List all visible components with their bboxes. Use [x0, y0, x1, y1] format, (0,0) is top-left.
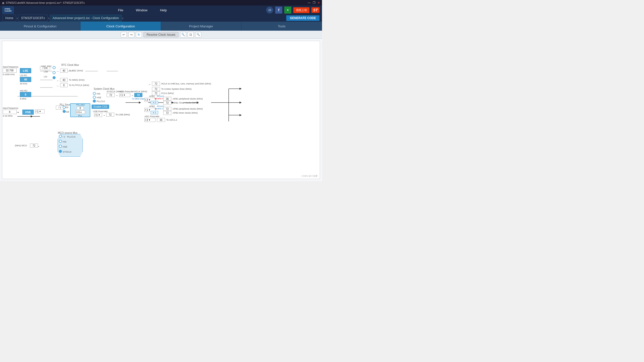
hse-input-label: Input frequency — [3, 107, 18, 109]
rtc-mux-radio-lse[interactable] — [53, 71, 56, 74]
mco-pllclk-label: / 2 — [63, 135, 65, 138]
menu-items: File Window Help — [29, 8, 256, 12]
right-icons: 10 f ✦ 强线上传 ST — [266, 7, 319, 14]
refresh-button[interactable]: ↻ — [136, 32, 142, 37]
app-icon: ▣ — [2, 2, 4, 4]
apb2-periph-label: APB2 peripheral clocks (MHz) — [173, 108, 203, 110]
mco-sysclk-label: SYSCLK — [63, 151, 72, 153]
lse-block[interactable]: LSE — [20, 68, 31, 73]
iwdg-out-box[interactable]: 40 — [60, 78, 68, 82]
window-menu[interactable]: Window — [136, 8, 147, 12]
breadcrumb-chip[interactable]: STM32F103C8Tx — [18, 15, 48, 22]
file-menu[interactable]: File — [118, 8, 123, 12]
apb2-timer-value[interactable]: 72 — [163, 111, 171, 115]
sys-mux-hsi[interactable] — [93, 92, 96, 95]
fclk-value[interactable]: 72 — [152, 91, 160, 95]
breadcrumb: Home › STM32F103C8Tx › Advanced timer pr… — [0, 15, 322, 22]
mco-pllclk[interactable] — [59, 135, 62, 138]
rtc-mux-radio-lsi[interactable] — [53, 76, 56, 79]
mco-sysclk-radio[interactable] — [59, 150, 62, 153]
pll-mul-dropdown[interactable]: X 9 ▼ — [75, 110, 85, 114]
facebook-icon[interactable]: f — [275, 7, 282, 14]
flitfclk-box[interactable]: 8 — [60, 83, 68, 87]
apb1-periph-value[interactable]: 36 — [163, 97, 171, 101]
hclk-ahb-value[interactable]: 72 — [152, 82, 160, 86]
adc-value[interactable]: 36 — [157, 118, 165, 122]
zoom-in-button[interactable]: 🔍 — [180, 32, 186, 37]
main-content: Input frequency 32.768 0-1000 KHz LSE LS… — [0, 39, 322, 181]
breadcrumb-home[interactable]: Home — [3, 15, 16, 22]
mux-pllclk-label: PLLCLK — [97, 100, 105, 103]
hse-block[interactable]: HSE — [22, 110, 34, 115]
usb-value[interactable]: 72 — [106, 113, 114, 117]
breadcrumb-project[interactable]: Advanced timer project1.ioc - Clock Conf… — [50, 15, 122, 22]
help-menu[interactable]: Help — [160, 8, 167, 12]
restore-button[interactable]: ❐ — [313, 1, 315, 5]
hse-prediv[interactable]: / 1 ▼ — [35, 109, 45, 113]
rtc-mux-radio-hse[interactable] — [53, 66, 56, 69]
zoom-out-button[interactable]: 🔍 — [195, 32, 201, 37]
mux-hsi-label: HSI — [97, 93, 100, 95]
breadcrumb-arrow-2: › — [48, 16, 49, 20]
social-icon[interactable]: ✦ — [284, 7, 291, 14]
apb2-periph-value[interactable]: 72 — [163, 107, 171, 111]
clock-canvas[interactable]: Input frequency 32.768 0-1000 KHz LSE LS… — [2, 41, 320, 179]
ahb-arrow: → — [131, 94, 134, 97]
rtc-out-box[interactable]: 40 — [60, 69, 68, 73]
generate-code-button[interactable]: GENERATE CODE — [286, 15, 319, 21]
lsi-block[interactable]: 40 — [20, 77, 31, 82]
pll-src-hse[interactable] — [63, 110, 66, 113]
flitfclk-label: To FLITFCLK (MHz) — [69, 84, 89, 86]
undo-button[interactable]: ↩ — [121, 32, 127, 37]
ahb-prescaler-dropdown[interactable]: / 1 ▼ — [119, 93, 130, 97]
mco-hsi-radio[interactable] — [59, 140, 62, 143]
close-button[interactable]: ✕ — [317, 1, 320, 5]
redo-button[interactable]: ↪ — [128, 32, 134, 37]
hclk-max: 72 MHz max — [132, 98, 145, 100]
minimize-button[interactable]: — — [308, 1, 311, 5]
adc-prescaler-label: ADC Prescaler — [144, 115, 159, 118]
sys-mux-pll[interactable] — [93, 100, 96, 103]
mco-hsi-label: HSI — [63, 141, 66, 143]
apb1-timer-value[interactable]: 72 — [163, 101, 171, 105]
pll-label: PLL — [78, 114, 82, 117]
hse-input-value[interactable]: 8 — [3, 110, 17, 114]
lse-input-value[interactable]: 32.768 — [3, 68, 17, 73]
hclk-value[interactable]: 72 — [134, 93, 142, 97]
tab-pinout[interactable]: Pinout & Configuration — [0, 22, 80, 31]
toolbar: ↩ ↪ ↻ Resolve Clock Issues 🔍 ⊡ 🔍 — [0, 31, 322, 39]
apb1-x2-box: X 2 — [151, 101, 158, 104]
mco-hse-radio[interactable] — [59, 145, 62, 148]
pll-src-hsi[interactable] — [63, 106, 66, 109]
breadcrumb-crumbs: Home › STM32F103C8Tx › Advanced timer pr… — [3, 15, 124, 22]
titlebar: ▣ STM32CubeMX Advanced timer project1.io… — [0, 0, 322, 6]
window-controls[interactable]: — ❐ ✕ — [308, 1, 320, 5]
apb1-periph-label: APB1 peripheral clocks (MHz) — [173, 98, 203, 100]
adc-prescaler-dropdown[interactable]: / 2 ▼ — [144, 118, 155, 122]
logo: STM32 CubeMX — [3, 7, 14, 14]
tab-clock[interactable]: Clock Configuration — [80, 22, 161, 31]
apb2-x1-box: X 1 — [151, 111, 158, 114]
pll-mul-value[interactable]: 8 — [77, 107, 84, 110]
hsi-block[interactable]: 8 — [20, 92, 31, 97]
tab-tools[interactable]: Tools — [242, 22, 322, 31]
sys-mux-hse[interactable] — [93, 96, 96, 99]
usb-prescaler-dropdown[interactable]: / 1 ▼ — [94, 113, 102, 117]
sysclk-value[interactable]: 72 — [107, 93, 115, 97]
cortex-timer-value[interactable]: 72 — [152, 87, 160, 91]
sysclk-arrow: → — [115, 94, 118, 97]
enable-css-button[interactable]: Enable CSS — [92, 105, 109, 109]
fclk-label: FCLK (MHz) — [161, 92, 174, 95]
tab-project[interactable]: Project Manager — [161, 22, 242, 31]
mco-value[interactable]: 72 — [30, 144, 38, 148]
resolve-clock-button[interactable]: Resolve Clock Issues — [143, 32, 179, 37]
rtc-out-label: To RTC (KHz) — [69, 69, 83, 72]
rtc-mux-label: RTC Clock Mux — [58, 64, 83, 66]
mco-label: (MHz) MCO — [15, 144, 27, 147]
timer-icon[interactable]: 10 — [266, 7, 273, 14]
hclk-ahb-arrow: → — [148, 83, 151, 86]
fit-button[interactable]: ⊡ — [188, 32, 194, 37]
mux-hse-label: HSE — [97, 96, 101, 99]
live-button[interactable]: 强线上传 — [293, 7, 309, 13]
usb-prescaler-label: USB Prescaler — [93, 110, 108, 113]
